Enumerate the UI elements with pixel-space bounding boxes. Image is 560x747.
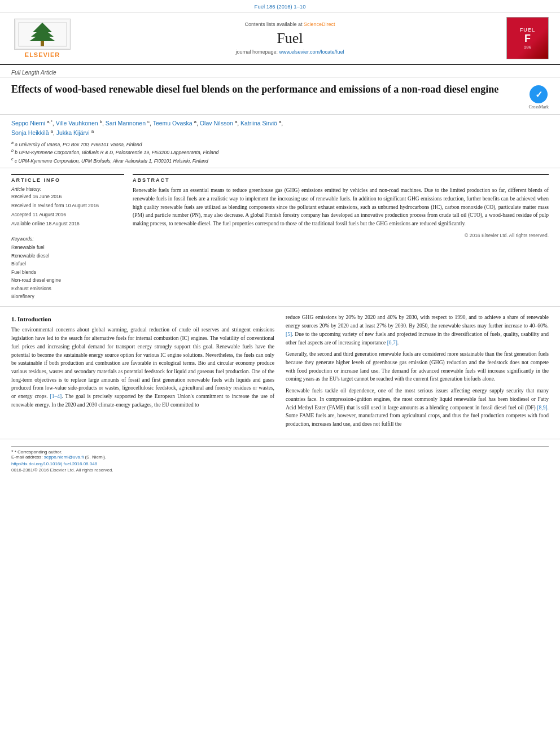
email-suffix: (S. Niemi).	[85, 455, 106, 460]
keyword-1: Renewable fuel	[11, 243, 124, 251]
footnote-star: *	[11, 449, 14, 455]
journal-center: Contents lists available at ScienceDirec…	[79, 21, 501, 55]
sciencedirect-note: Contents lists available at ScienceDirec…	[79, 21, 501, 27]
available-date: Available online 18 August 2016	[11, 221, 124, 226]
crossmark-badge[interactable]: ✓ CrossMark	[528, 85, 549, 110]
affiliation-a: a a University of Vaasa, PO Box 700, FI6…	[11, 140, 549, 148]
article-type-label: Full Length Article	[11, 69, 56, 76]
keyword-6: Exhaust emissions	[11, 285, 124, 292]
doi-link[interactable]: http://dx.doi.org/10.1016/j.fuel.2016.08…	[11, 461, 549, 466]
crossmark-label: CrossMark	[528, 104, 549, 110]
keyword-3: Biofuel	[11, 260, 124, 268]
corresponding-label: * Corresponding author.	[15, 449, 63, 455]
body-col-left: 1. Introduction The environmental concer…	[11, 313, 274, 431]
keyword-7: Biorefinery	[11, 292, 124, 300]
author-names: Seppo Niemi a,*, Ville Vauhkonen b, Sari…	[11, 118, 549, 138]
article-type-bar: Full Length Article	[0, 65, 560, 77]
article-info-heading: ARTICLE INFO	[11, 174, 124, 183]
history-label: Article history:	[11, 186, 124, 192]
author-seppo: Seppo Niemi a,*, Ville Vauhkonen b, Sari…	[11, 120, 283, 126]
article-title: Effects of wood-based renewable diesel f…	[11, 83, 528, 96]
issn-text: 0016-2361/© 2016 Elsevier Ltd. All right…	[11, 468, 549, 473]
affiliation-b: b b UPM-Kymmene Corporation, Biofuels R …	[11, 148, 549, 156]
keyword-5: Non-road diesel engine	[11, 276, 124, 284]
ref-8-9[interactable]: [8,9]	[537, 405, 547, 410]
keywords-list: Renewable fuel Renewable diesel Biofuel …	[11, 243, 124, 300]
sciencedirect-link[interactable]: ScienceDirect	[304, 21, 335, 27]
footer-divider	[11, 446, 549, 447]
ref-1-4[interactable]: [1–4]	[50, 394, 62, 399]
journal-thumbnail: FUEL F 186	[506, 17, 549, 59]
article-title-section: Effects of wood-based renewable diesel f…	[0, 77, 560, 115]
body-col-right: reduce GHG emissions by 20% by 2020 and …	[286, 313, 549, 431]
elsevier-label: ELSEVIER	[25, 51, 60, 58]
email-label: E-mail address:	[11, 455, 43, 460]
body-para-right-2: Generally, the second and third generati…	[286, 350, 549, 383]
journal-citation: Fuel 186 (2016) 1–10	[0, 0, 560, 12]
crossmark-icon: ✓	[530, 85, 548, 103]
journal-homepage: journal homepage: www.elsevier.com/locat…	[79, 49, 501, 55]
corresponding-author-note: * * Corresponding author.	[11, 449, 549, 455]
section-1-heading: 1. Introduction	[11, 316, 274, 322]
homepage-url[interactable]: www.elsevier.com/locate/fuel	[279, 49, 344, 55]
body-para-right-3: Renewable fuels tackle oil dependence, o…	[286, 387, 549, 429]
keyword-4: Fuel blends	[11, 268, 124, 276]
article-footer: * * Corresponding author. E-mail address…	[0, 439, 560, 477]
author-email[interactable]: seppo.niemi@uva.fi	[44, 455, 84, 460]
body-para-right-1: reduce GHG emissions by 20% by 2020 and …	[286, 313, 549, 347]
authors-section: Seppo Niemi a,*, Ville Vauhkonen b, Sari…	[0, 115, 560, 168]
copyright-notice: © 2016 Elsevier Ltd. All rights reserved…	[133, 233, 549, 238]
journal-header: ELSEVIER Contents lists available at Sci…	[0, 12, 560, 65]
abstract-text: Renewable fuels form an essential means …	[133, 186, 549, 228]
keyword-2: Renewable diesel	[11, 252, 124, 260]
article-info: ARTICLE INFO Article history: Received 1…	[11, 174, 124, 300]
main-body: 1. Introduction The environmental concer…	[0, 307, 560, 438]
abstract-section: ABSTRACT Renewable fuels form an essenti…	[133, 174, 549, 300]
revised-date: Received in revised form 10 August 2016	[11, 203, 124, 208]
citation-text: Fuel 186 (2016) 1–10	[255, 3, 306, 10]
keywords-label: Keywords:	[11, 236, 124, 242]
abstract-heading: ABSTRACT	[133, 174, 549, 183]
journal-title: Fuel	[79, 30, 501, 47]
ref-6-7[interactable]: [6,7]	[387, 340, 397, 346]
ref-5[interactable]: [5]	[286, 331, 292, 337]
accepted-date: Accepted 11 August 2016	[11, 212, 124, 217]
elsevier-logo-box: ELSEVIER	[11, 19, 73, 58]
email-line: E-mail address: seppo.niemi@uva.fi (S. N…	[11, 455, 549, 460]
elsevier-tree-image	[14, 19, 71, 50]
affiliation-c: c c UPM-Kymmene Corporation, UPM Biofuel…	[11, 156, 549, 165]
body-para-1: The environmental concerns about global …	[11, 326, 274, 409]
received-date: Received 16 June 2016	[11, 194, 124, 199]
affiliations: a a University of Vaasa, PO Box 700, FI6…	[11, 140, 549, 165]
author-sonja: Sonja Heikkilä a, Jukka Kijärvi a	[11, 129, 94, 136]
info-abstract-section: ARTICLE INFO Article history: Received 1…	[0, 168, 560, 307]
